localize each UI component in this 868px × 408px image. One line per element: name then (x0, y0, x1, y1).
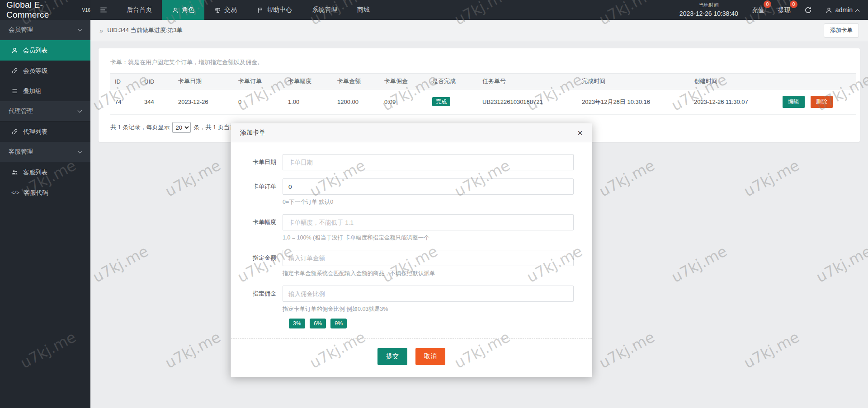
col-range: 卡单幅度 (283, 74, 333, 89)
chevron-down-icon (78, 108, 82, 113)
cell-id: 74 (110, 89, 140, 115)
form-row-card-order: 卡单订单 0=下一个订单 默认0 (239, 178, 574, 206)
col-finish-time: 完成时间 (577, 74, 689, 89)
submit-button[interactable]: 提交 (377, 348, 407, 365)
pagination-suffix: 条，共 1 页当前 (193, 123, 235, 131)
nav-item-roles[interactable]: 角色 (162, 0, 204, 20)
user-icon (172, 7, 179, 14)
brand-logo: Global E-Commerce V16 (0, 0, 90, 20)
card-date-input[interactable] (283, 154, 574, 170)
user-menu[interactable]: admin (826, 6, 859, 14)
cell-order: 0 (234, 89, 283, 115)
card-order-input[interactable] (283, 178, 574, 195)
col-order: 卡单订单 (234, 74, 283, 89)
modal-header: 添加卡单 × (231, 123, 592, 142)
col-uid: UID (140, 74, 174, 89)
recharge-count-badge: 0 (764, 0, 771, 8)
sidebar-toggle-icon[interactable] (90, 0, 117, 20)
col-create-time: 创建时间 (689, 74, 778, 89)
sidebar-item-member-level[interactable]: 会员等级 (0, 61, 90, 81)
chevron-up-icon (855, 9, 860, 14)
col-actions (778, 74, 856, 89)
col-task-no: 任务单号 (478, 74, 577, 89)
card-range-input[interactable] (283, 214, 574, 230)
refresh-icon[interactable] (804, 6, 812, 14)
page-size-select[interactable]: 20 (172, 122, 191, 133)
field-hint: 1.0 = 100% (相当于没打 卡单幅度和指定金额只能调整一个 (283, 234, 574, 242)
field-label: 卡单日期 (239, 154, 283, 170)
assign-amount-input[interactable] (283, 250, 574, 266)
field-label: 卡单订单 (239, 178, 283, 206)
col-amount: 卡单金额 (333, 74, 380, 89)
breadcrumb-caret-icon: » (99, 27, 103, 34)
status-badge: 完成 (432, 97, 450, 106)
col-commission: 卡单佣金 (380, 74, 428, 89)
cell-commission: 0.09 (380, 89, 428, 115)
field-hint: 0=下一个订单 默认0 (283, 198, 574, 206)
breadcrumb: » UID:344 当前做单进度:第3单 添加卡单 (90, 20, 868, 41)
close-icon[interactable]: × (577, 128, 583, 137)
badge-3-percent[interactable]: 3% (289, 319, 305, 328)
sidebar-item-stack-group[interactable]: 叠加组 (0, 81, 90, 101)
field-hint: 指定卡单金额系统会匹配输入金额的商品，不填按照默认派单 (283, 270, 574, 277)
col-date: 卡单日期 (174, 74, 234, 89)
username: admin (835, 6, 853, 14)
modal-body: 卡单日期 卡单订单 0=下一个订单 默认0 卡单幅度 1.0 = 100% (相… (231, 142, 592, 328)
field-label: 指定佣金 (239, 286, 283, 313)
sidebar-group-agent-management[interactable]: 代理管理 (0, 101, 90, 122)
cancel-button[interactable]: 取消 (415, 348, 445, 365)
nav-item-help-center[interactable]: 帮助中心 (247, 0, 302, 20)
nav-item-trade[interactable]: 交易 (204, 0, 247, 20)
sidebar: 会员管理 会员列表 会员等级 叠加组 代理管理 代理列表 客服管理 客服列表 <… (0, 20, 90, 408)
cell-create-time: 2023-12-26 11:30:07 (689, 89, 778, 115)
badge-6-percent[interactable]: 6% (310, 319, 326, 328)
col-id: ID (110, 74, 140, 89)
field-hint: 指定卡单订单的佣金比例 例如0.03就是3% (283, 305, 574, 313)
sidebar-item-service-list[interactable]: 客服列表 (0, 162, 90, 183)
cell-uid: 344 (140, 89, 174, 115)
withdraw-link[interactable]: 提现 0 (778, 5, 791, 14)
sidebar-item-member-list[interactable]: 会员列表 (0, 40, 90, 61)
sidebar-group-member-management[interactable]: 会员管理 (0, 20, 90, 40)
navbar-right: 当地时间 2023-12-26 10:38:40 充值 0 提现 0 admin (679, 0, 868, 20)
nav-item-dashboard[interactable]: 后台首页 (117, 0, 162, 20)
field-label: 指定金额 (239, 250, 283, 277)
commission-quick-badges: 3% 6% 9% (289, 319, 574, 328)
nav-item-mall[interactable]: 商城 (347, 0, 380, 20)
link-icon (11, 67, 18, 74)
code-icon: </> (11, 190, 19, 196)
withdraw-count-badge: 0 (790, 0, 797, 8)
cell-range: 1.00 (283, 89, 333, 115)
list-icon (11, 88, 18, 94)
field-label: 卡单幅度 (239, 214, 283, 242)
form-row-card-date: 卡单日期 (239, 154, 574, 170)
table-row: 74 344 2023-12-26 0 1.00 1200.00 0.09 完成… (110, 89, 856, 115)
brand-text: Global E-Commerce (6, 0, 80, 20)
chevron-down-icon (78, 27, 82, 31)
breadcrumb-text: UID:344 当前做单进度:第3单 (107, 26, 182, 34)
delete-button[interactable]: 删除 (811, 96, 833, 108)
panel-description: 卡单：就是在用户固定某个订单，增加指定金额以及佣金。 (110, 58, 848, 66)
modal-footer: 提交 取消 (231, 339, 592, 377)
user-avatar-icon (826, 7, 832, 14)
pagination-prefix: 共 1 条记录，每页显示 (110, 123, 170, 131)
sidebar-item-agent-list[interactable]: 代理列表 (0, 122, 90, 142)
cell-amount: 1200.00 (333, 89, 380, 115)
link-icon (11, 128, 18, 135)
badge-9-percent[interactable]: 9% (330, 319, 347, 328)
recharge-link[interactable]: 充值 0 (752, 5, 764, 14)
edit-button[interactable]: 编辑 (783, 96, 805, 108)
nav-item-system[interactable]: 系统管理 (302, 0, 347, 20)
cell-finish-time: 2023年12月26日 10:30:16 (577, 89, 689, 115)
top-navbar: Global E-Commerce V16 后台首页 角色 交易 帮助中心 系统… (0, 0, 868, 20)
flag-icon (257, 7, 264, 14)
add-card-order-button[interactable]: 添加卡单 (824, 23, 859, 38)
sidebar-item-service-code[interactable]: </> 客服代码 (0, 183, 90, 203)
local-time: 当地时间 2023-12-26 10:38:40 (679, 2, 738, 18)
user-icon (11, 47, 18, 54)
nav-menu: 后台首页 角色 交易 帮助中心 系统管理 商城 (117, 0, 380, 20)
form-row-assign-amount: 指定金额 指定卡单金额系统会匹配输入金额的商品，不填按照默认派单 (239, 250, 574, 277)
assign-commission-input[interactable] (283, 286, 574, 302)
sidebar-group-service-management[interactable]: 客服管理 (0, 142, 90, 162)
table-header-row: ID UID 卡单日期 卡单订单 卡单幅度 卡单金额 卡单佣金 是否完成 任务单… (110, 74, 856, 89)
